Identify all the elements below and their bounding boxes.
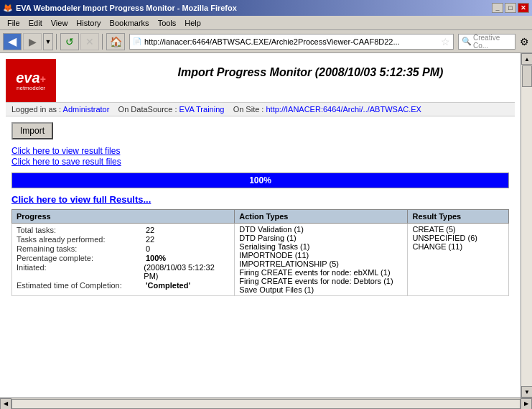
scroll-up-button[interactable]: ▲	[521, 53, 532, 65]
menu-edit[interactable]: Edit	[24, 17, 47, 29]
vertical-scrollbar[interactable]: ▲ ▼	[521, 53, 532, 397]
logo-plus: +	[40, 73, 46, 85]
menu-help[interactable]: Help	[180, 17, 205, 29]
import-button[interactable]: Import	[11, 122, 53, 139]
action-row-0: DTD Validation (1)	[239, 225, 403, 234]
site-label: On Site :	[233, 105, 264, 114]
scroll-down-button[interactable]: ▼	[521, 386, 532, 397]
value-total-tasks: 22	[146, 226, 154, 234]
logo-text: eva+	[16, 70, 46, 85]
browser-content: eva+ netmodeler Import Progress Monitor …	[0, 53, 532, 397]
action-row-3: IMPORTNODE (11)	[239, 251, 403, 259]
value-eta: 'Completed'	[146, 281, 190, 290]
dropdown-button[interactable]: ▼	[43, 33, 53, 50]
result-row-1: UNSPECIFIED (6)	[412, 234, 504, 242]
value-tasks-performed: 22	[146, 235, 154, 244]
menu-bookmarks[interactable]: Bookmarks	[106, 17, 154, 29]
scroll-left-button[interactable]: ◀	[0, 398, 11, 410]
action-row-5: Firing CREATE events for node: ebXML (1)	[239, 268, 403, 277]
logo-sub: netmodeler	[17, 85, 45, 91]
search-box[interactable]: 🔍 Creative Co...	[458, 34, 515, 50]
page-title: Import Progress Monitor (2008/10/03 5:12…	[106, 66, 515, 79]
action-cell: DTD Validation (1) DTD Parsing (1) Seria…	[235, 224, 408, 296]
header-title-area: Import Progress Monitor (2008/10/03 5:12…	[106, 59, 515, 102]
label-initiated: Initiated:	[17, 263, 144, 280]
page-content: eva+ netmodeler Import Progress Monitor …	[0, 53, 521, 397]
table-row: Total tasks: 22 Tasks already performed:…	[12, 224, 509, 296]
action-row-7: Save Output Files (1)	[239, 285, 403, 294]
label-eta: Estimated time of Completion:	[17, 281, 146, 290]
label-tasks-performed: Tasks already performed:	[17, 235, 146, 244]
value-pct-complete: 100%	[146, 254, 166, 262]
eva-logo: eva+ netmodeler	[6, 59, 56, 102]
forward-button[interactable]: ▶	[23, 33, 42, 50]
progress-bar-fill: 100%	[12, 173, 508, 188]
action-row-6: Firing CREATE events for node: Debtors (…	[239, 277, 403, 285]
col-header-result: Result Types	[408, 210, 509, 224]
result-cell: CREATE (5) UNSPECIFIED (6) CHANGE (11)	[408, 224, 509, 296]
toolbar-separator	[56, 34, 57, 50]
value-remaining-tasks: 0	[146, 244, 150, 253]
action-row-1: DTD Parsing (1)	[239, 234, 403, 242]
action-row-4: IMPORTRELATIONSHIP (5)	[239, 259, 403, 268]
menu-file[interactable]: File	[3, 17, 24, 29]
stop-button[interactable]: ✕	[80, 33, 99, 50]
logged-in-label: Logged in as :	[11, 105, 61, 114]
menu-tools[interactable]: Tools	[154, 17, 181, 29]
result-row-0: CREATE (5)	[412, 225, 504, 234]
address-bar[interactable]: 📄 http://ianacer:6464/ABTWSAC.EXE/Archie…	[129, 34, 454, 50]
site-value: http://IANACER:6464/Archi/../ABTWSAC.EX	[266, 105, 421, 114]
page-header: eva+ netmodeler Import Progress Monitor …	[6, 59, 515, 102]
logged-in-value: Administrator	[63, 105, 110, 114]
label-total-tasks: Total tasks:	[17, 226, 146, 234]
progress-pct-label: 100%	[249, 175, 271, 185]
view-results-link[interactable]: Click here to view result files	[11, 146, 509, 156]
toolbar-separator2	[102, 34, 103, 50]
scroll-right-button[interactable]: ▶	[521, 398, 532, 410]
full-results-link[interactable]: Click here to view full Results...	[11, 194, 509, 205]
label-pct-complete: Percentage complete:	[17, 254, 146, 262]
horizontal-scrollbar[interactable]: ◀ ▶	[0, 397, 532, 409]
value-initiated: (2008/10/03 5:12:32 PM)	[144, 263, 230, 280]
browser-window: 🦊 EVA Webmodeler Import Progress Monitor…	[0, 0, 532, 409]
close-button[interactable]: ✕	[518, 3, 529, 13]
search-icon: 🔍	[462, 37, 472, 46]
address-text: http://ianacer:6464/ABTWSAC.EXE/Archie2P…	[144, 37, 441, 46]
toolbar: ◀ ▶ ▼ ↺ ✕ 🏠 📄 http://ianacer:6464/ABTWSA…	[0, 30, 532, 53]
action-row-2: Serialising Tasks (1)	[239, 242, 403, 251]
scroll-thumb[interactable]	[522, 65, 532, 87]
progress-bar-container: 100%	[11, 173, 509, 188]
window-title: EVA Webmodeler Import Progress Monitor -…	[16, 4, 492, 12]
search-engine-label: Creative Co...	[473, 34, 512, 50]
h-scroll-track[interactable]	[11, 399, 521, 409]
scroll-track[interactable]	[521, 65, 532, 386]
label-remaining-tasks: Remaining tasks:	[17, 244, 146, 253]
save-results-link[interactable]: Click here to save result files	[11, 157, 509, 167]
menu-history[interactable]: History	[72, 17, 105, 29]
menu-bar: File Edit View History Bookmarks Tools H…	[0, 16, 532, 30]
import-section: Import Click here to view result files C…	[6, 116, 515, 302]
refresh-button[interactable]: ↺	[60, 33, 79, 50]
window-controls: _ □ ✕	[492, 3, 529, 13]
menu-view[interactable]: View	[47, 17, 73, 29]
title-bar: 🦊 EVA Webmodeler Import Progress Monitor…	[0, 0, 532, 16]
back-button[interactable]: ◀	[3, 33, 22, 50]
col-header-action: Action Types	[235, 210, 408, 224]
datasource-label: On DataSource :	[118, 105, 177, 114]
result-row-2: CHANGE (11)	[412, 242, 504, 251]
bookmark-star[interactable]: ☆	[441, 36, 450, 47]
datasource-value: EVA Training	[179, 105, 225, 114]
col-header-progress: Progress	[12, 210, 235, 224]
results-table: Progress Action Types Result Types Total…	[11, 209, 509, 296]
info-bar: Logged in as : Administrator On DataSour…	[6, 102, 515, 116]
page-scroll-area[interactable]: eva+ netmodeler Import Progress Monitor …	[0, 53, 521, 397]
maximize-button[interactable]: □	[505, 3, 516, 13]
progress-cell-1: Total tasks: 22 Tasks already performed:…	[12, 224, 235, 296]
minimize-button[interactable]: _	[492, 3, 503, 13]
browser-icon: 🦊	[3, 4, 13, 13]
home-button[interactable]: 🏠	[106, 33, 125, 50]
settings-icon[interactable]: ⚙	[520, 36, 529, 47]
